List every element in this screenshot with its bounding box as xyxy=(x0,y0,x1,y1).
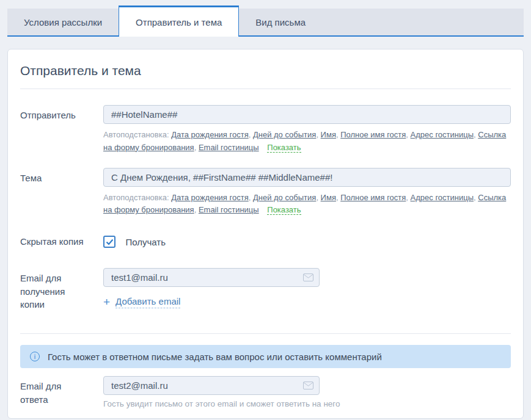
plus-icon: + xyxy=(103,296,110,308)
page-title: Отправитель и тема xyxy=(8,63,523,78)
autocomplete-link[interactable]: Полное имя гостя xyxy=(340,130,406,139)
sender-subject-card: Отправитель и тема Отправитель Автоподст… xyxy=(7,49,524,419)
add-email-button[interactable]: + Добавить email xyxy=(103,295,180,308)
autocomplete-link[interactable]: Email гостиницы xyxy=(199,205,259,214)
show-link[interactable]: Показать xyxy=(267,205,301,215)
bcc-checkbox-label[interactable]: Получать xyxy=(125,237,166,247)
tab-bar: Условия рассылки Отправитель и тема Вид … xyxy=(7,9,524,37)
divider xyxy=(20,89,511,89)
autocomplete-link[interactable]: Дней до события xyxy=(253,130,316,139)
subject-label: Тема xyxy=(20,168,103,217)
reply-email-input[interactable] xyxy=(103,376,320,395)
autocomplete-link[interactable]: Дата рождения гостя xyxy=(171,130,249,139)
copy-email-input[interactable] xyxy=(103,268,320,287)
sender-row: Отправитель Автоподстановка: Дата рожден… xyxy=(20,105,511,154)
autocomplete-link[interactable]: Имя xyxy=(321,130,336,139)
bcc-row: Скрытая копия Получать xyxy=(20,235,511,248)
reply-email-row: Email для ответа Гость увидит письмо от … xyxy=(20,376,511,408)
reply-email-label: Email для ответа xyxy=(20,380,79,407)
copy-email-row: Email для получения копии + Добавить ema… xyxy=(20,268,511,311)
autocomplete-link[interactable]: Адрес гостиницы xyxy=(411,130,474,139)
sender-input[interactable] xyxy=(103,105,511,124)
info-icon: i xyxy=(30,352,40,361)
sender-label: Отправитель xyxy=(20,105,103,154)
tab-mailing-conditions[interactable]: Условия рассылки xyxy=(7,9,119,35)
subject-input[interactable] xyxy=(103,168,511,187)
autocomplete-link[interactable]: Дата рождения гостя xyxy=(171,193,249,202)
autocomplete-link[interactable]: Имя xyxy=(321,193,336,202)
autocomplete-link[interactable]: Email гостиницы xyxy=(199,143,259,152)
autocomplete-hints-sender: Автоподстановка: Дата рождения гостя, Дн… xyxy=(103,129,507,154)
autocomplete-link[interactable]: Дней до события xyxy=(253,193,316,202)
info-banner-text: Гость может в ответном письме задать вам… xyxy=(48,352,382,362)
tab-letter-view[interactable]: Вид письма xyxy=(239,9,322,35)
divider xyxy=(20,333,511,334)
autocomplete-prefix: Автоподстановка: xyxy=(103,193,169,202)
bcc-label: Скрытая копия xyxy=(20,235,103,248)
tab-sender-and-subject[interactable]: Отправитель и тема xyxy=(119,5,239,37)
autocomplete-prefix: Автоподстановка: xyxy=(103,130,169,139)
autocomplete-hints-subject: Автоподстановка: Дата рождения гостя, Дн… xyxy=(103,192,507,217)
bcc-checkbox[interactable] xyxy=(103,236,115,248)
info-banner: i Гость может в ответном письме задать в… xyxy=(20,345,511,368)
checkmark-icon xyxy=(106,239,114,245)
autocomplete-link[interactable]: Адрес гостиницы xyxy=(411,193,474,202)
show-link[interactable]: Показать xyxy=(267,143,301,153)
copy-email-label: Email для получения копии xyxy=(20,272,79,311)
reply-email-helper: Гость увидит письмо от этого email и смо… xyxy=(103,399,511,408)
autocomplete-link[interactable]: Полное имя гостя xyxy=(340,193,406,202)
add-email-label: Добавить email xyxy=(115,295,180,308)
subject-row: Тема Автоподстановка: Дата рождения гост… xyxy=(20,168,511,217)
